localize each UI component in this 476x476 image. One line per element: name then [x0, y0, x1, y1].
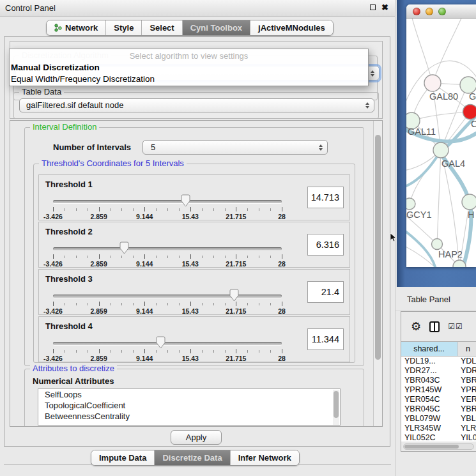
- table-row[interactable]: YIL052CYIL0: [401, 433, 476, 441]
- settings-gear-icon[interactable]: ⚙: [411, 321, 421, 332]
- node-gcy1[interactable]: [406, 198, 415, 210]
- tick-label: 9.144: [136, 355, 153, 362]
- node-gal80[interactable]: [424, 75, 441, 91]
- slider-track[interactable]: [53, 342, 282, 345]
- tick-mark: [179, 350, 180, 353]
- tick-mark: [282, 254, 282, 259]
- list-scrollbar[interactable]: [333, 390, 339, 426]
- threshold-2-label: Threshold 2: [45, 227, 93, 236]
- slider-thumb[interactable]: [156, 336, 165, 349]
- tab-jactivemnodules[interactable]: jActiveMNodules: [250, 20, 333, 35]
- apply-button[interactable]: Apply: [171, 430, 222, 445]
- network-canvas[interactable]: GAL80 G. C GAL11 GAL4 GCY1 H HAP2: [406, 19, 476, 267]
- attribute-item-topologicalcoefficient[interactable]: TopologicalCoefficient: [38, 400, 340, 411]
- table-row[interactable]: YER054CYER0: [401, 395, 476, 404]
- tick-label: 28: [278, 213, 286, 220]
- column-header-shared-name[interactable]: shared...: [401, 342, 457, 356]
- table-row[interactable]: YBL079WYBL0: [401, 414, 476, 424]
- cell-name: YDL1: [457, 357, 476, 366]
- tab-network[interactable]: Network: [47, 20, 105, 35]
- tab-select[interactable]: Select: [141, 20, 181, 35]
- node-label-h: H: [468, 210, 474, 220]
- minimize-traffic-light[interactable]: [426, 8, 433, 15]
- tick-mark: [167, 303, 168, 305]
- float-window-icon[interactable]: [370, 4, 376, 10]
- popup-option-equal-width-frequency[interactable]: Equal Width/Frequency Discretization: [11, 74, 155, 84]
- close-traffic-light[interactable]: [413, 8, 420, 15]
- tab-label: Infer Network: [238, 453, 291, 463]
- slider-thumb[interactable]: [181, 194, 190, 207]
- tick-mark: [270, 256, 271, 258]
- tick-mark: [99, 254, 100, 259]
- close-icon[interactable]: ✖: [381, 4, 388, 11]
- network-window: GAL80 G. C GAL11 GAL4 GCY1 H HAP2: [406, 4, 476, 267]
- node-gal4[interactable]: [433, 142, 449, 158]
- node-h[interactable]: [462, 194, 476, 210]
- threshold-3-value-field[interactable]: 21.4: [307, 281, 344, 303]
- cell-name: YBR0: [457, 376, 476, 385]
- tick-mark: [190, 349, 191, 353]
- select-columns-icons[interactable]: ☑☑: [448, 322, 463, 331]
- slider-thumb[interactable]: [119, 242, 129, 254]
- split-columns-icon[interactable]: [429, 321, 440, 332]
- tick-label: 9.144: [136, 260, 153, 268]
- checkbox-icon[interactable]: ☑: [456, 322, 463, 331]
- panel-scrollbar-thumb[interactable]: [375, 135, 381, 360]
- tick-mark: [156, 256, 157, 258]
- tick-mark: [111, 350, 111, 353]
- tick-label: -3.426: [43, 260, 63, 268]
- attributes-list[interactable]: SelfLoopsTopologicalCoefficientBetweenne…: [38, 388, 341, 426]
- threshold-2-value-field[interactable]: 6.316: [307, 234, 344, 256]
- tab-discretize-data[interactable]: Discretize Data: [154, 450, 229, 465]
- cell-name: YDR2: [457, 366, 476, 376]
- tick-mark: [133, 256, 134, 258]
- table-hscrollbar[interactable]: [403, 443, 474, 450]
- table-row[interactable]: YDL19...YDL1: [401, 357, 476, 366]
- zoom-traffic-light[interactable]: [438, 8, 446, 15]
- slider-track[interactable]: [53, 247, 282, 250]
- bottom-tab-bar: Impute DataDiscretize DataInfer Network: [91, 450, 300, 466]
- table-row[interactable]: YDR27...YDR2: [401, 366, 476, 376]
- tab-impute-data[interactable]: Impute Data: [91, 450, 154, 465]
- checkbox-icon[interactable]: ☑: [448, 322, 455, 331]
- tick-label: 21.715: [226, 307, 246, 315]
- slider-track[interactable]: [53, 200, 282, 203]
- cell-name: YBR0: [457, 404, 476, 414]
- threshold-3-slider[interactable]: -3.4262.8599.14415.4321.71528: [53, 291, 282, 314]
- popup-option-manual-discretization[interactable]: Manual Discretization: [11, 63, 100, 72]
- node-label-g: G.: [469, 91, 476, 102]
- tick-label: 2.859: [90, 307, 107, 315]
- tick-mark: [259, 350, 259, 353]
- tick-mark: [225, 303, 226, 305]
- tick-mark: [167, 256, 168, 258]
- table-row[interactable]: YPR145WYPR1: [401, 385, 476, 395]
- screen: Control Panel ✖ NetworkStyleSelectCyni T…: [0, 0, 476, 476]
- table-hscrollbar-thumb[interactable]: [404, 445, 459, 449]
- tab-infer-network[interactable]: Infer Network: [230, 450, 299, 465]
- threshold-4-slider[interactable]: -3.4262.8599.14415.4321.71528: [53, 339, 282, 362]
- column-header-name[interactable]: n: [457, 342, 476, 356]
- table-row[interactable]: YBR043CYBR0: [401, 376, 476, 385]
- list-scrollbar-thumb[interactable]: [334, 391, 339, 418]
- panel-scrollbar[interactable]: [373, 121, 382, 426]
- attribute-item-selfloops[interactable]: SelfLoops: [38, 389, 340, 400]
- slider-thumb[interactable]: [229, 289, 239, 302]
- network-nodes[interactable]: [406, 75, 476, 267]
- threshold-4-value-field[interactable]: 11.344: [307, 328, 344, 350]
- table-row[interactable]: YBR045CYBR0: [401, 404, 476, 414]
- tick-mark: [282, 349, 282, 353]
- threshold-4-row: Threshold 4-3.4262.8599.14415.4321.71528…: [38, 316, 350, 362]
- node-hap2[interactable]: [432, 239, 443, 250]
- number-of-intervals-spinner[interactable]: 5: [142, 140, 328, 155]
- slider-track[interactable]: [53, 295, 282, 298]
- table-data-combobox[interactable]: galFiltered.sif default node: [19, 98, 374, 112]
- tick-mark: [121, 350, 122, 353]
- attribute-item-betweennesscentrality[interactable]: BetweennessCentrality: [38, 411, 340, 422]
- table-row[interactable]: YLR345WYLR3: [401, 424, 476, 433]
- node-red-selected[interactable]: [463, 105, 476, 119]
- threshold-1-slider[interactable]: -3.4262.8599.14415.4321.71528: [53, 197, 282, 220]
- tab-style[interactable]: Style: [105, 20, 141, 35]
- tab-cyni-toolbox[interactable]: Cyni Toolbox: [182, 20, 250, 35]
- threshold-1-value-field[interactable]: 14.713: [307, 187, 344, 208]
- threshold-2-slider[interactable]: -3.4262.8599.14415.4321.71528: [53, 244, 282, 267]
